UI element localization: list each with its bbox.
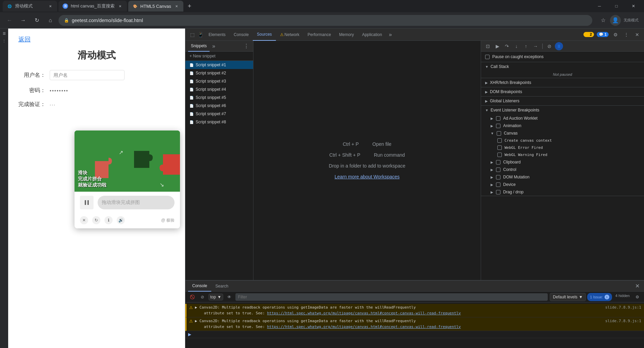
snippet-item-1[interactable]: 📄 Script snippet #1 (185, 61, 253, 69)
tab-sources[interactable]: Sources (253, 29, 276, 41)
tab-2[interactable]: 百 html canvas_百度搜索 ✕ (59, 1, 127, 12)
console-tab-search[interactable]: Search (211, 281, 232, 292)
pause-exception-checkbox[interactable] (485, 55, 490, 59)
new-snippet-button[interactable]: + New snippet (185, 52, 253, 61)
bp-deactivate[interactable]: ⊘ (545, 42, 554, 50)
devtools-device-icon[interactable]: 📱 (196, 31, 204, 39)
event-item-control[interactable]: ▶ Control (481, 166, 644, 173)
minimize-button[interactable]: ─ (592, 1, 607, 12)
event-item-ad-auction[interactable]: ▶ Ad Auction Worklet (481, 115, 644, 122)
captcha-audio-icon[interactable]: 🔊 (117, 216, 125, 224)
bp-resume[interactable]: ▶ (493, 42, 501, 50)
snippet-item-8[interactable]: 📄 Script snippet #8 (185, 118, 253, 126)
clipboard-checkbox[interactable] (496, 160, 500, 164)
context-selector[interactable]: top ▼ (209, 294, 223, 300)
issue-badge[interactable]: 1 Issue: 1 (587, 293, 612, 301)
bp-step[interactable]: → (531, 42, 540, 50)
console-expand-2[interactable]: ▶ (195, 319, 199, 323)
snippets-tab[interactable]: Snippets (188, 41, 210, 52)
call-stack-header[interactable]: ▼ Call Stack (481, 62, 644, 71)
info-badge[interactable]: 💬 1 (597, 32, 609, 37)
dom-mutation-checkbox[interactable] (496, 175, 500, 179)
console-eye-btn[interactable]: 👁 (225, 293, 233, 301)
xhr-header[interactable]: ▶ XHR/fetch Breakpoints (481, 78, 644, 87)
console-filter-btn[interactable]: ⊘ (198, 293, 207, 301)
console-filter-input[interactable] (235, 293, 548, 301)
event-item-webgl-error[interactable]: WebGL Error Fired (481, 144, 644, 151)
devtools-more-icon[interactable]: ⋮ (622, 31, 630, 39)
tab-network[interactable]: ⚠Network (276, 29, 303, 41)
bp-step-into[interactable]: ↓ (512, 42, 521, 50)
event-item-device[interactable]: ▶ Device (481, 181, 644, 188)
captcha-slider[interactable]: 拖动滑块完成拼图 (80, 196, 175, 209)
sources-sidebar-menu[interactable]: ⋮ (242, 43, 250, 49)
devtools-more-tabs[interactable]: » (386, 32, 395, 38)
create-canvas-checkbox[interactable] (497, 138, 502, 143)
slider-pause-button[interactable] (80, 196, 94, 209)
bp-pause-active[interactable]: ⏸ (555, 42, 563, 50)
global-header[interactable]: ▶ Global Listeners (481, 97, 644, 105)
maximize-button[interactable]: □ (609, 1, 624, 12)
tab2-close[interactable]: ✕ (117, 3, 123, 9)
snippet-item-4[interactable]: 📄 Script snippet #4 (185, 85, 253, 93)
captcha-widget[interactable]: ↗ ↘ 滑块 完成片拼合 就验证成功啦 (75, 130, 180, 228)
bp-step-over[interactable]: ↷ (503, 42, 511, 50)
profile-button[interactable]: 👤 (610, 15, 621, 26)
forward-button[interactable]: → (18, 15, 29, 26)
new-tab-button[interactable]: + (185, 1, 194, 11)
console-expand-1[interactable]: ▶ (195, 305, 199, 310)
tab-performance[interactable]: Performance (303, 29, 335, 41)
hidden-count[interactable]: 4 hidden (613, 293, 632, 301)
bp-step-out[interactable]: ↑ (522, 42, 530, 50)
username-input[interactable] (50, 70, 125, 80)
home-button[interactable]: ⌂ (45, 15, 56, 26)
sidebar-drag-icon[interactable]: ⋮ (1, 37, 7, 44)
snippet-item-5[interactable]: 📄 Script snippet #5 (185, 93, 253, 102)
snippet-item-7[interactable]: 📄 Script snippet #7 (185, 110, 253, 118)
devtools-close-icon[interactable]: ✕ (633, 31, 641, 39)
console-tab-console[interactable]: Console (188, 281, 211, 292)
captcha-info-icon[interactable]: ℹ (104, 216, 113, 224)
tab3-close[interactable]: ✕ (174, 3, 179, 9)
tab-3[interactable]: 🎨 HTML5 Canvas ✕ (128, 1, 183, 12)
event-item-clipboard[interactable]: ▶ Clipboard (481, 158, 644, 166)
console-settings-btn[interactable]: ⚙ (633, 293, 641, 301)
address-input[interactable]: 🔒 geetest.com/demo/slide-float.html (59, 15, 592, 26)
devtools-settings-icon[interactable]: ⚙ (611, 31, 620, 39)
event-header[interactable]: ▼ Event Listener Breakpoints (481, 106, 644, 115)
tab-application[interactable]: Application (358, 29, 386, 41)
event-item-animation[interactable]: ▶ Animation (481, 122, 644, 129)
console-msg-file-2[interactable]: slide.7.8.9.js:1 (605, 318, 641, 324)
sources-more-btn[interactable]: » (211, 43, 217, 49)
event-item-webgl-warning[interactable]: WebGL Warning Fired (481, 151, 644, 158)
back-link[interactable]: 返回 (18, 35, 175, 44)
console-clear-btn[interactable]: 🚫 (188, 293, 196, 301)
back-button[interactable]: ← (4, 15, 15, 26)
event-item-drag-drop[interactable]: ▶ Drag / drop (481, 188, 644, 196)
warning-badge[interactable]: ⚠ 2 (583, 32, 594, 37)
devtools-inspect-icon[interactable]: ⬚ (188, 31, 196, 39)
event-item-canvas[interactable]: ▼ Canvas (481, 129, 644, 137)
device-checkbox[interactable] (496, 182, 500, 187)
console-msg-link-1[interactable]: https://html.spec.whatwg.org/multipage/c… (267, 311, 461, 315)
console-msg-link-2[interactable]: https://html.spec.whatwg.org/multipage/c… (267, 325, 461, 329)
bp-expand-all[interactable]: ⊡ (484, 42, 492, 50)
tab-memory[interactable]: Memory (335, 29, 358, 41)
console-close-button[interactable]: ✕ (633, 282, 641, 290)
webgl-warning-checkbox[interactable] (497, 153, 502, 157)
event-item-create-canvas[interactable]: Create canvas context (481, 137, 644, 144)
console-msg-file-1[interactable]: slide.7.8.9.js:1 (605, 305, 641, 311)
tab1-close[interactable]: ✕ (48, 3, 53, 9)
bookmark-button[interactable]: ☆ (598, 15, 609, 26)
tab-elements[interactable]: Elements (204, 29, 230, 41)
animation-checkbox[interactable] (496, 124, 500, 128)
captcha-refresh-icon[interactable]: ↻ (92, 216, 100, 224)
tab-1[interactable]: 🌐 滑动模式 ✕ (3, 1, 57, 12)
sidebar-nav-icon[interactable]: ☰ (1, 30, 7, 37)
snippet-item-2[interactable]: 📄 Script snippet #2 (185, 69, 253, 77)
event-item-dom-mutation[interactable]: ▶ DOM Mutation (481, 173, 644, 181)
dom-header[interactable]: ▶ DOM Breakpoints (481, 87, 644, 96)
canvas-checkbox[interactable] (497, 131, 501, 136)
slider-track[interactable]: 拖动滑块完成拼图 (98, 196, 175, 209)
webgl-error-checkbox[interactable] (497, 145, 502, 150)
